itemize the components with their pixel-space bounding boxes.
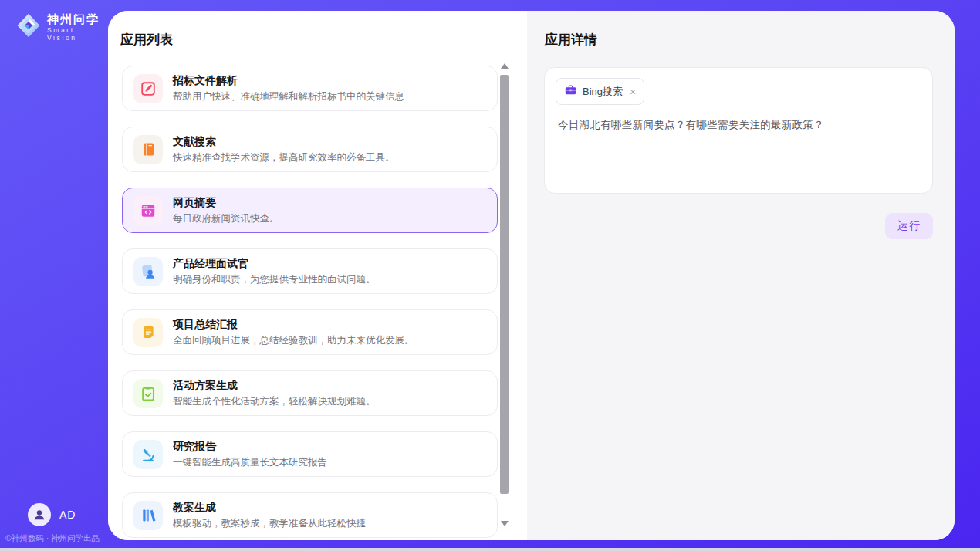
app-detail-pane: 应用详情 Bing搜索 × 今日湖北有哪些新闻要点？有哪些需要关注的最新政策？ … xyxy=(527,11,955,540)
app-list-title: 应用列表 xyxy=(120,31,527,49)
app-card[interactable]: 项目总结汇报 全面回顾项目进展，总结经验教训，助力未来优化发展。 xyxy=(122,309,498,355)
query-text[interactable]: 今日湖北有哪些新闻要点？有哪些需要关注的最新政策？ xyxy=(558,118,921,132)
tool-tag-label: Bing搜索 xyxy=(583,85,623,99)
app-card-title: 活动方案生成 xyxy=(173,379,376,393)
app-card-description: 快速精准查找学术资源，提高研究效率的必备工具。 xyxy=(173,151,395,164)
app-card[interactable]: 教案生成 模板驱动，教案秒成，教学准备从此轻松快捷 xyxy=(122,492,498,538)
edit-doc-icon xyxy=(133,74,163,103)
app-card[interactable]: 网页摘要 每日政府新闻资讯快查。 xyxy=(122,188,498,233)
microscope-icon xyxy=(133,440,163,469)
hash-icon[interactable]: # xyxy=(617,171,623,184)
app-card[interactable]: 研究报告 一键智能生成高质量长文本研究报告 xyxy=(122,431,498,477)
main-content: 应用列表 招标文件解析 帮助用户快速、准确地理解和解析招标书中的关键信息 xyxy=(108,11,955,540)
brand-name: 神州问学 xyxy=(47,12,108,27)
close-icon[interactable]: × xyxy=(630,86,636,97)
clipboard-check-icon xyxy=(133,379,163,408)
copyright-text: ©神州数码 · 神州问学出品 xyxy=(5,533,100,544)
window-bottom-edge xyxy=(0,548,980,551)
app-card[interactable]: 活动方案生成 智能生成个性化活动方案，轻松解决规划难题。 xyxy=(122,370,498,416)
run-button[interactable]: 运行 xyxy=(885,213,933,239)
scroll-up-arrow-icon[interactable] xyxy=(501,63,509,69)
interview-icon xyxy=(133,257,163,286)
app-card[interactable]: 文献搜索 快速精准查找学术资源，提高研究效率的必备工具。 xyxy=(122,127,498,172)
tool-tag-bing-search[interactable]: Bing搜索 × xyxy=(556,78,644,105)
input-toolbar: @ # xyxy=(556,171,921,184)
list-scrollbar[interactable] xyxy=(500,63,509,526)
app-card-title: 项目总结汇报 xyxy=(173,318,414,332)
app-card-title: 文献搜索 xyxy=(173,135,395,149)
app-card-title: 教案生成 xyxy=(173,501,366,515)
sidebar: 神州问学 Smart Vision AD ©神州数码 · 神州问学出品 xyxy=(0,0,108,551)
app-card[interactable]: 招标文件解析 帮助用户快速、准确地理解和解析招标书中的关键信息 xyxy=(122,66,498,111)
app-card-description: 一键智能生成高质量长文本研究报告 xyxy=(173,456,327,469)
app-card-title: 产品经理面试官 xyxy=(173,257,376,271)
app-card-title: 招标文件解析 xyxy=(173,74,404,88)
browser-code-icon xyxy=(133,196,163,225)
paperclip-icon[interactable] xyxy=(558,171,571,184)
app-card-description: 全面回顾项目进展，总结经验教训，助力未来优化发展。 xyxy=(173,334,414,347)
user-account[interactable]: AD xyxy=(28,503,76,526)
at-icon[interactable]: @ xyxy=(587,171,600,184)
app-card-description: 帮助用户快速、准确地理解和解析招标书中的关键信息 xyxy=(173,90,404,103)
app-detail-title: 应用详情 xyxy=(545,31,933,49)
scrollbar-thumb[interactable] xyxy=(500,75,509,494)
app-card-title: 网页摘要 xyxy=(173,196,279,210)
app-card[interactable]: 产品经理面试官 明确身份和职责，为您提供专业性的面试问题。 xyxy=(122,248,498,294)
briefcase-icon xyxy=(564,83,577,100)
books-icon xyxy=(133,501,163,530)
brand-logo: 神州问学 Smart Vision xyxy=(15,12,108,42)
note-icon xyxy=(133,318,163,347)
app-card-description: 智能生成个性化活动方案，轻松解决规划难题。 xyxy=(173,395,376,408)
app-list-pane: 应用列表 招标文件解析 帮助用户快速、准确地理解和解析招标书中的关键信息 xyxy=(108,11,527,540)
app-card-description: 模板驱动，教案秒成，教学准备从此轻松快捷 xyxy=(173,517,366,530)
prompt-input-card[interactable]: Bing搜索 × 今日湖北有哪些新闻要点？有哪些需要关注的最新政策？ @ # xyxy=(544,67,933,194)
user-initials: AD xyxy=(59,509,76,521)
app-card-description: 每日政府新闻资讯快查。 xyxy=(173,212,279,225)
app-card-title: 研究报告 xyxy=(173,440,327,454)
book-icon xyxy=(133,135,163,164)
app-card-description: 明确身份和职责，为您提供专业性的面试问题。 xyxy=(173,273,376,286)
app-list: 招标文件解析 帮助用户快速、准确地理解和解析招标书中的关键信息 文献搜索 快速精… xyxy=(122,66,498,540)
scroll-down-arrow-icon[interactable] xyxy=(501,521,509,526)
brand-tagline: Smart Vision xyxy=(47,26,108,42)
diamond-logo-icon xyxy=(15,12,42,42)
avatar xyxy=(28,503,51,526)
